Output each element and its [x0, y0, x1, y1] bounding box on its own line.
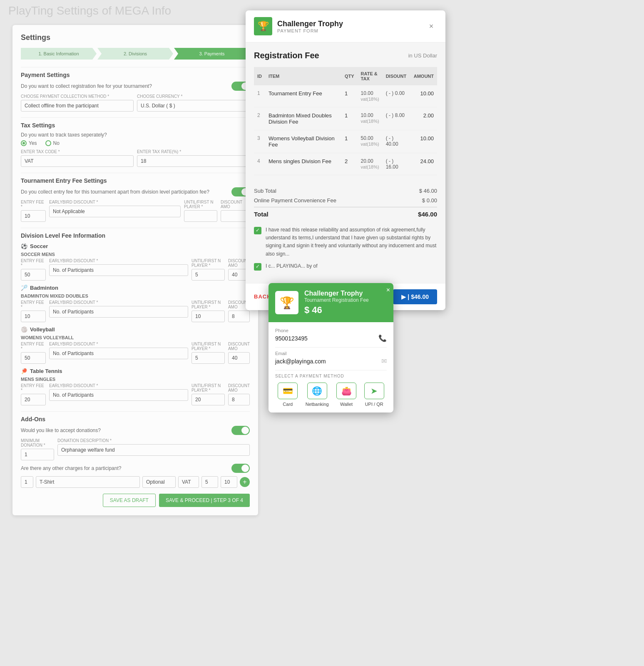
- method-wallet[interactable]: 👛 Wallet: [336, 383, 356, 407]
- soccer-earlybird-select[interactable]: No. of Participants: [49, 264, 188, 276]
- earlybird-select[interactable]: Not Applicable: [49, 206, 181, 217]
- volleyball-subsection: WOMENS VOLLEYBALL: [21, 335, 250, 340]
- other-charges-question: Are there any other charges for a partic…: [21, 465, 121, 471]
- agreement1-text: I have read this release reliability and…: [266, 226, 437, 258]
- tabletennis-icon: 🏓: [21, 368, 27, 374]
- email-icon: ✉: [381, 357, 387, 365]
- step-3[interactable]: 3. Payments: [174, 48, 250, 60]
- tabletennis-fee-input[interactable]: [21, 394, 46, 405]
- addon-item-input[interactable]: [36, 476, 140, 488]
- tabletennis-until-input[interactable]: [191, 394, 225, 405]
- agreement1-checkbox[interactable]: [254, 227, 261, 234]
- popup-divider-1: [275, 347, 387, 348]
- pay-button[interactable]: ▶ | $46.00: [393, 289, 437, 304]
- volleyball-fee-input[interactable]: [21, 352, 46, 364]
- row-rate: 20.00vat(18%): [358, 153, 383, 175]
- soccer-fee-input[interactable]: [21, 269, 46, 281]
- row-id: 3: [254, 130, 265, 153]
- addon-optional-select[interactable]: Optional: [142, 476, 176, 488]
- row-item: Tournament Entry Fee: [265, 85, 341, 107]
- row-rate: 50.00vat(18%): [358, 130, 383, 153]
- tabletennis-subsection: MENS SINGLES: [21, 377, 250, 382]
- tax-no-radio[interactable]: No: [45, 140, 60, 146]
- row-discount: ( - ) 8.00: [383, 107, 410, 130]
- method-card[interactable]: 💳 Card: [278, 383, 298, 407]
- method-netbanking[interactable]: 🌐 Netbanking: [306, 383, 329, 407]
- currency-select[interactable]: U.S. Dollar ( $ ): [137, 100, 250, 112]
- earlybird-label: EARLYBIRD DISCOUNT *: [49, 200, 181, 204]
- badminton-until-input[interactable]: [191, 311, 225, 322]
- agreement2-checkbox[interactable]: [254, 263, 261, 271]
- collection-method-select[interactable]: Collect offline from the participant: [21, 100, 134, 112]
- addon-val2-input[interactable]: [221, 476, 237, 488]
- payment-popup: 🏆 Challenger Trophy Tournament Registrat…: [269, 283, 393, 413]
- min-donation-input[interactable]: [21, 449, 54, 460]
- popup-divider-2: [275, 370, 387, 370]
- tabletennis-earlybird-select[interactable]: No. of Participants: [49, 389, 188, 401]
- email-value: jack@playinga.com ✉: [275, 357, 387, 365]
- badminton-fee-input[interactable]: [21, 311, 46, 322]
- volleyball-until-input[interactable]: [191, 352, 225, 364]
- row-rate: 10.00vat(18%): [358, 107, 383, 130]
- badminton-discount-input[interactable]: [228, 311, 250, 322]
- addon-val1-input[interactable]: [201, 476, 218, 488]
- badminton-earlybird-select[interactable]: No. of Participants: [49, 306, 188, 318]
- tax-rate-input[interactable]: [137, 155, 250, 167]
- step-1[interactable]: 1. Basic Information: [21, 48, 97, 60]
- tabletennis-discount-input[interactable]: [228, 394, 250, 405]
- badminton-icon: 🏸: [21, 285, 27, 291]
- addon-qty-input[interactable]: [21, 476, 33, 488]
- row-discount: ( - ) 16.00: [383, 153, 410, 175]
- addon-vat-input[interactable]: [178, 476, 199, 488]
- donation-desc-label: DONATION DESCRIPTION *: [57, 438, 250, 443]
- convenience-fee-label: Online Payment Convenience Fee: [254, 197, 336, 204]
- entry-fee-label: ENTRY FEE *: [21, 200, 46, 209]
- upi-label: UPI / QR: [365, 402, 383, 407]
- settings-panel: Settings 1. Basic Information 2. Divisio…: [12, 25, 258, 515]
- entry-fee-input[interactable]: [21, 210, 46, 222]
- settings-title: Settings: [21, 33, 250, 42]
- popup-amount: $ 46: [304, 305, 369, 316]
- sport-soccer-header: ⚽ Soccer: [21, 243, 250, 249]
- save-draft-button[interactable]: SAVE AS DRAFT: [103, 494, 156, 507]
- until-input[interactable]: [184, 210, 217, 222]
- row-amount: 24.00: [410, 153, 437, 175]
- tax-code-label: ENTER TAX CODE *: [21, 149, 134, 154]
- table-row: 3 Womens Volleyball Division Fee 1 50.00…: [254, 130, 437, 153]
- tax-question: Do you want to track taxes seperately?: [21, 132, 250, 138]
- donation-desc-input[interactable]: [57, 444, 250, 456]
- subtotal-label: Sub Total: [254, 188, 276, 194]
- save-proceed-button[interactable]: SAVE & PROCEED | STEP 3 OF 4: [159, 494, 250, 507]
- badminton-subsection: BADMINTON MIXED DOUBLES: [21, 293, 250, 298]
- total-value: $46.00: [418, 211, 437, 218]
- popup-subtitle: Tournament Registration Fee: [304, 297, 369, 303]
- step-2[interactable]: 2. Divisions: [97, 48, 173, 60]
- total-label: Total: [254, 211, 269, 218]
- row-item: Badminton Mixed Doubles Division Fee: [265, 107, 341, 130]
- add-addon-button[interactable]: +: [240, 477, 250, 487]
- addons-title: Add-Ons: [21, 411, 250, 422]
- soccer-earlybird-label: EARLYBIRD DISCOUNT *: [49, 258, 188, 263]
- tax-yes-radio[interactable]: Yes: [21, 140, 37, 146]
- row-qty: 1: [341, 107, 358, 130]
- modal-close-button[interactable]: ×: [425, 20, 437, 32]
- phone-value: 9500123495 📞: [275, 334, 387, 342]
- sport-volleyball-header: 🏐 Volleyball: [21, 326, 250, 333]
- row-item: Womens Volleyball Division Fee: [265, 130, 341, 153]
- soccer-until-input[interactable]: [191, 269, 225, 281]
- currency-label: in US Dollar: [408, 52, 437, 59]
- popup-close-button[interactable]: ×: [386, 286, 390, 294]
- popup-trophy-image: 🏆: [275, 291, 298, 314]
- reg-fee-title: Registration Fee: [254, 51, 319, 60]
- other-charges-toggle[interactable]: [231, 464, 250, 473]
- steps-bar: 1. Basic Information 2. Divisions 3. Pay…: [21, 48, 250, 60]
- tax-code-input[interactable]: [21, 155, 134, 167]
- min-donation-label: MINIMUM DONATION *: [21, 438, 54, 447]
- email-label: Email: [275, 351, 387, 356]
- donations-toggle[interactable]: [231, 426, 250, 435]
- method-upi[interactable]: ➤ UPI / QR: [364, 383, 384, 407]
- volleyball-earlybird-select[interactable]: No. of Participants: [49, 348, 188, 359]
- payment-modal: 🏆 Challenger Trophy PAYMENT FORM × Regis…: [246, 10, 445, 310]
- agreement-section: I have read this release reliability and…: [254, 226, 437, 271]
- volleyball-discount-input[interactable]: [228, 352, 250, 364]
